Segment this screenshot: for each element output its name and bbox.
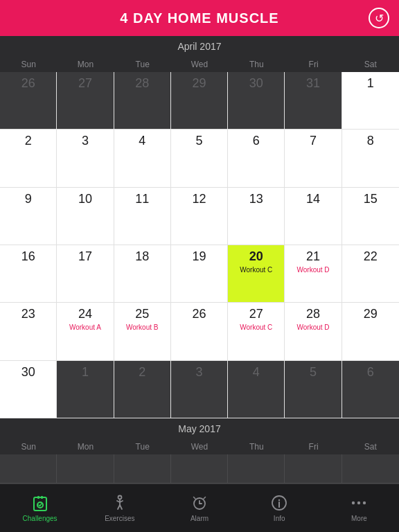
tab-challenges-label: Challenges [23, 515, 57, 522]
tab-info[interactable]: Info [240, 494, 319, 522]
cal-day-22[interactable]: 22 [342, 245, 399, 303]
cal-day-1-next[interactable]: 1 [57, 361, 114, 418]
cal-day-14[interactable]: 14 [285, 188, 342, 245]
dow-wed: Wed [171, 57, 228, 72]
cal-day-25[interactable]: 25 Workout B [114, 303, 171, 360]
cal-day-16[interactable]: 16 [0, 245, 57, 303]
cal-day-5[interactable]: 5 [171, 130, 228, 187]
may-dow-tue: Tue [114, 439, 171, 454]
svg-line-13 [194, 497, 196, 499]
svg-point-20 [363, 502, 366, 504]
cal-day-3-next[interactable]: 3 [171, 361, 228, 418]
cal-day-28[interactable]: 28 Workout D [285, 303, 342, 360]
cal-day-18[interactable]: 18 [114, 245, 171, 303]
cal-day-21[interactable]: 21 Workout D [285, 245, 342, 303]
dow-sat: Sat [342, 57, 399, 72]
exercises-icon [111, 494, 129, 512]
may-cell-3[interactable] [171, 454, 228, 484]
cal-day-30[interactable]: 30 [0, 361, 57, 418]
svg-point-18 [352, 502, 355, 504]
cal-day-31-prev[interactable]: 31 [285, 72, 342, 130]
svg-line-14 [204, 497, 206, 499]
may-cell-1[interactable] [57, 454, 114, 484]
more-icon [350, 494, 368, 512]
cal-day-23[interactable]: 23 [0, 303, 57, 360]
cal-day-27[interactable]: 27 Workout C [228, 303, 285, 360]
may-dow-sat: Sat [342, 439, 399, 454]
cal-day-2-next[interactable]: 2 [114, 361, 171, 418]
cal-day-26-prev[interactable]: 26 [0, 72, 57, 130]
cal-day-2[interactable]: 2 [0, 130, 57, 187]
may-dow-thu: Thu [228, 439, 285, 454]
may-dow-sun: Sun [0, 439, 57, 454]
tab-exercises-label: Exercises [105, 515, 134, 522]
dow-sun: Sun [0, 57, 57, 72]
tab-challenges[interactable]: Challenges [0, 494, 80, 522]
cal-day-29-prev[interactable]: 29 [171, 72, 228, 130]
tab-bar: Challenges Exercises Alarm Info [0, 484, 399, 532]
app-title: 4 DAY HOME MUSCLE [120, 10, 278, 26]
may-cell-5[interactable] [285, 454, 342, 484]
cal-day-29[interactable]: 29 [342, 303, 399, 360]
cal-day-20-today[interactable]: 20 Workout C [228, 245, 285, 303]
cal-day-6[interactable]: 6 [228, 130, 285, 187]
april-calendar-grid: 26 27 28 29 30 31 1 2 3 4 5 6 7 8 9 10 1… [0, 72, 399, 418]
may-cell-4[interactable] [228, 454, 285, 484]
cal-day-11[interactable]: 11 [114, 188, 171, 245]
cal-day-6-next[interactable]: 6 [342, 361, 399, 418]
svg-point-19 [357, 502, 360, 504]
dow-tue: Tue [114, 57, 171, 72]
svg-rect-2 [41, 496, 43, 499]
cal-day-9[interactable]: 9 [0, 188, 57, 245]
april-month-header: April 2017 [0, 36, 399, 57]
may-cell-empty-1 [0, 454, 57, 484]
calendar-container: April 2017 Sun Mon Tue Wed Thu Fri Sat 2… [0, 36, 399, 484]
april-dow-row: Sun Mon Tue Wed Thu Fri Sat [0, 57, 399, 72]
dow-thu: Thu [228, 57, 285, 72]
cal-day-10[interactable]: 10 [57, 188, 114, 245]
cal-day-5-next[interactable]: 5 [285, 361, 342, 418]
dow-fri: Fri [285, 57, 342, 72]
cal-day-28-prev[interactable]: 28 [114, 72, 171, 130]
tab-more[interactable]: More [319, 494, 399, 522]
reset-icon[interactable]: ↺ [369, 8, 389, 28]
cal-day-4-next[interactable]: 4 [228, 361, 285, 418]
cal-day-26[interactable]: 26 [171, 303, 228, 360]
alarm-icon [190, 494, 209, 512]
cal-day-4[interactable]: 4 [114, 130, 171, 187]
cal-day-3[interactable]: 3 [57, 130, 114, 187]
tab-exercises[interactable]: Exercises [80, 494, 159, 522]
cal-day-15[interactable]: 15 [342, 188, 399, 245]
cal-day-8[interactable]: 8 [342, 130, 399, 187]
info-icon [270, 494, 288, 512]
svg-line-9 [120, 505, 122, 509]
svg-point-17 [278, 499, 280, 501]
svg-rect-0 [34, 497, 46, 511]
challenges-icon [31, 494, 49, 512]
dow-mon: Mon [57, 57, 114, 72]
cal-day-1[interactable]: 1 [342, 72, 399, 130]
may-dow-fri: Fri [285, 439, 342, 454]
may-cell-2[interactable] [114, 454, 171, 484]
may-dow-mon: Mon [57, 439, 114, 454]
cal-day-17[interactable]: 17 [57, 245, 114, 303]
tab-info-label: Info [274, 515, 285, 522]
cal-day-19[interactable]: 19 [171, 245, 228, 303]
app-header: 4 DAY HOME MUSCLE ↺ [0, 0, 399, 36]
may-calendar-grid [0, 454, 399, 484]
may-month-header: May 2017 [0, 418, 399, 439]
may-dow-row: Sun Mon Tue Wed Thu Fri Sat [0, 439, 399, 454]
tab-more-label: More [351, 515, 367, 522]
tab-alarm-label: Alarm [190, 515, 209, 522]
may-section: May 2017 Sun Mon Tue Wed Thu Fri Sat [0, 418, 399, 484]
cal-day-7[interactable]: 7 [285, 130, 342, 187]
may-cell-6[interactable] [342, 454, 399, 484]
cal-day-13[interactable]: 13 [228, 188, 285, 245]
tab-alarm[interactable]: Alarm [159, 494, 239, 522]
cal-day-12[interactable]: 12 [171, 188, 228, 245]
may-dow-wed: Wed [171, 439, 228, 454]
cal-day-27-prev[interactable]: 27 [57, 72, 114, 130]
svg-rect-1 [37, 496, 39, 499]
cal-day-30-prev[interactable]: 30 [228, 72, 285, 130]
cal-day-24[interactable]: 24 Workout A [57, 303, 114, 360]
